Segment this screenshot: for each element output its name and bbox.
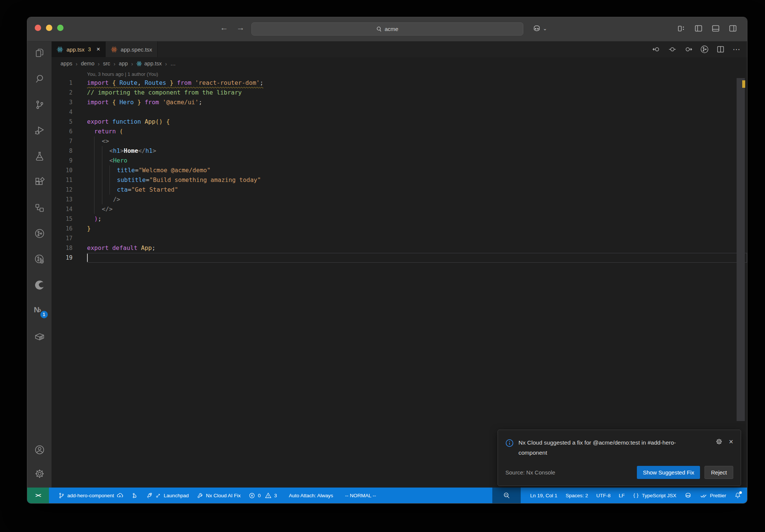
code-line-19[interactable]: 19 [52,253,747,263]
code-line-17[interactable]: 17 [52,233,747,243]
code-line-5[interactable]: 5export function App() { [52,117,747,127]
indentation-item[interactable]: Spaces: 2 [561,488,592,503]
project-graph-icon[interactable] [34,202,45,213]
code-line-6[interactable]: 6return ( [52,127,747,136]
code-line-18[interactable]: 18export default App; [52,243,747,253]
history-forward-button[interactable]: → [236,23,245,33]
customize-layout-icon[interactable] [677,24,686,33]
line-col-item[interactable]: Ln 19, Col 1 [526,488,561,503]
eol-item[interactable]: LF [614,488,629,503]
toggle-panel-icon[interactable] [711,24,720,33]
explorer-icon[interactable] [34,47,45,59]
code-line-13[interactable]: 13 /> [52,195,747,204]
line-number: 9 [52,156,72,166]
line-number: 14 [52,204,72,214]
code-line-12[interactable]: 12cta="Get Started" [52,185,747,195]
nav-forward-icon[interactable] [684,45,693,54]
nx-badge: 1 [40,310,49,319]
nav-current-icon[interactable] [668,45,677,54]
account-icon[interactable] [34,444,45,455]
code-line-16[interactable]: 16} [52,224,747,233]
line-number: 10 [52,166,72,175]
maximize-window-button[interactable] [57,25,64,31]
code-line-2[interactable]: 2// importing the component from the lib… [52,88,747,98]
problems-item[interactable]: 0 3 [245,488,281,503]
auto-attach-item[interactable]: Auto Attach: Always [285,488,337,503]
source-control-icon[interactable] [34,99,45,110]
close-tab-icon[interactable]: × [96,46,100,53]
notification-settings-icon[interactable] [715,438,723,445]
launchpad-item[interactable]: Launchpad [142,488,193,503]
code-line-3[interactable]: 3import { Hero } from '@acme/ui'; [52,98,747,107]
status-bar: >< add-hero-component Launchpad Nx Cloud [27,488,747,503]
breadcrumb-item[interactable]: apps [61,61,72,66]
copilot-menu[interactable]: ⌄ [532,24,547,33]
breadcrumb-item[interactable]: app [119,61,128,66]
nx-cloud-icon[interactable] [34,254,45,265]
code-line-8[interactable]: 8<h1>Home</h1> [52,146,747,156]
edge-browser-icon[interactable] [34,279,45,291]
warning-count: 3 [274,493,277,498]
testing-icon[interactable] [34,151,45,162]
history-back-button[interactable]: ← [220,23,228,33]
toggle-primary-sidebar-icon[interactable] [694,24,703,33]
code-line-9[interactable]: 9<Hero [52,156,747,166]
code-editor[interactable]: 1import { Route, Routes } from 'react-ro… [52,78,747,488]
code-line-15[interactable]: 15); [52,214,747,224]
vim-mode-item[interactable]: -- NORMAL -- [341,488,380,503]
tab-app-spec-tsx[interactable]: app.spec.tsx [106,41,158,57]
copilot-status-item[interactable] [680,488,696,503]
line-number: 17 [52,233,72,243]
cloud-upload-icon [117,492,123,499]
breadcrumb-item-symbol[interactable]: … [170,61,176,66]
reject-button[interactable]: Reject [704,466,733,479]
nx-console-icon[interactable]: N›1 [34,305,45,316]
breadcrumb-item[interactable]: demo [81,61,94,66]
more-actions-icon[interactable]: ⋯ [732,45,741,54]
editor-scrollbar[interactable] [736,78,747,488]
code-line-1[interactable]: 1import { Route, Routes } from 'react-ro… [52,78,747,88]
run-target-icon[interactable] [700,45,709,54]
line-number: 1 [52,78,72,88]
toggle-secondary-sidebar-icon[interactable] [728,24,737,33]
vscode-window: ← → acme ⌄ [27,17,747,504]
command-center-search[interactable]: acme [251,22,523,35]
git-branch-item[interactable]: add-hero-component [54,488,127,503]
line-number: 8 [52,146,72,156]
encoding-item[interactable]: UTF-8 [592,488,614,503]
show-suggested-fix-button[interactable]: Show Suggested Fix [637,466,700,479]
warning-overview-marker [742,80,745,88]
extensions-icon[interactable] [34,176,45,188]
prettier-item[interactable]: Prettier [696,488,730,503]
search-sidebar-icon[interactable] [34,73,45,84]
breadcrumb-item-file[interactable]: app.tsx [136,61,162,66]
title-bar: ← → acme ⌄ [27,17,747,41]
zoom-out-item[interactable] [492,488,521,503]
run-debug-icon[interactable] [34,125,45,136]
git-graph-item[interactable] [127,488,142,503]
code-line-10[interactable]: 10title="Welcmoe @acme/demo" [52,166,747,175]
container-icon[interactable] [34,331,45,342]
nx-cloud-ai-fix-item[interactable]: Nx Cloud AI Fix [193,488,245,503]
code-line-11[interactable]: 11subtitle="Build something amazing toda… [52,175,747,185]
code-line-14[interactable]: 14</> [52,204,747,214]
desktop: ← → acme ⌄ [0,0,765,532]
close-window-button[interactable] [35,25,41,31]
nav-back-icon[interactable] [652,45,661,54]
language-mode-item[interactable]: TypeScript JSX [629,488,680,503]
line-number: 11 [52,175,72,185]
scrollbar-thumb[interactable] [737,78,745,421]
split-editor-icon[interactable] [716,45,725,54]
error-count: 0 [258,493,261,498]
line-number: 6 [52,127,72,136]
nx-run-target-icon[interactable] [34,228,45,239]
remote-indicator[interactable]: >< [27,488,49,503]
settings-gear-icon[interactable] [34,468,45,479]
notifications-bell-item[interactable] [730,488,747,503]
code-line-4[interactable]: 4 [52,107,747,117]
code-line-7[interactable]: 7<> [52,136,747,146]
notification-close-icon[interactable]: × [729,437,733,446]
tab-app-tsx[interactable]: app.tsx 3 × [52,41,106,57]
breadcrumb-item[interactable]: src [103,61,110,66]
minimize-window-button[interactable] [46,25,52,31]
